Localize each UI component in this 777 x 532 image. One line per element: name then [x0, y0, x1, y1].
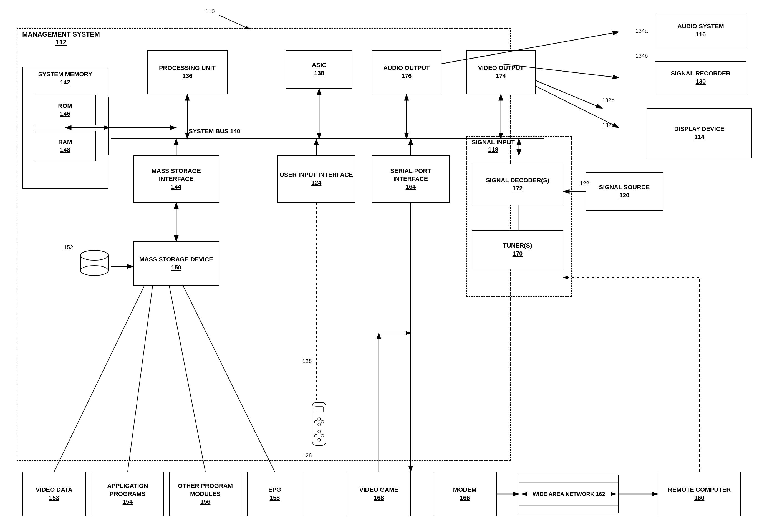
management-system-label: MANAGEMENT SYSTEM 112 — [22, 30, 100, 46]
wan-box: WIDE AREA NETWORK 162 — [519, 474, 619, 513]
signal-source-box: SIGNAL SOURCE 120 — [585, 172, 663, 211]
ref-110: 110 — [205, 8, 215, 15]
serial-port-interface-box: SERIAL PORT INTERFACE 164 — [372, 155, 450, 203]
ref-134a: 134a — [636, 28, 648, 34]
ram-box: RAM 148 — [35, 131, 96, 161]
video-data-box: VIDEO DATA 153 — [22, 472, 86, 516]
audio-system-box: AUDIO SYSTEM 116 — [655, 14, 747, 47]
signal-decoders-box: SIGNAL DECODER(S) 172 — [472, 164, 563, 205]
svg-line-19 — [219, 15, 250, 29]
signal-recorder-box: SIGNAL RECORDER 130 — [655, 61, 747, 94]
tuners-box: TUNER(S) 170 — [472, 230, 563, 269]
svg-line-53 — [536, 86, 619, 128]
disk-ref: 152 — [64, 244, 73, 250]
ref-128: 128 — [303, 358, 312, 364]
asic-box: ASIC 138 — [286, 50, 352, 89]
mass-storage-interface-box: MASS STORAGE INTERFACE 144 — [133, 155, 219, 203]
mass-storage-device-box: MASS STORAGE DEVICE 150 — [133, 241, 219, 286]
video-game-box: VIDEO GAME 168 — [347, 472, 411, 516]
remote-control-ref: 126 — [303, 452, 312, 459]
svg-rect-6 — [312, 402, 326, 445]
disk-icon — [78, 250, 111, 279]
svg-rect-1 — [81, 255, 108, 271]
system-bus-label: SYSTEM BUS 140 — [189, 128, 240, 135]
other-program-modules-box: OTHER PROGRAM MODULES 156 — [169, 472, 241, 516]
remote-computer-box: REMOTE COMPUTER 160 — [658, 472, 741, 516]
ref-132a: 132a — [602, 122, 615, 128]
ref-134b: 134b — [636, 53, 648, 59]
video-output-box: VIDEO OUTPUT 174 — [466, 50, 536, 94]
diagram: MANAGEMENT SYSTEM 112 110 AUDIO SYSTEM 1… — [0, 0, 777, 532]
epg-box: EPG 158 — [247, 472, 303, 516]
processing-unit-box: PROCESSING UNIT 136 — [147, 50, 228, 94]
application-programs-box: APPLICATION PROGRAMS 154 — [92, 472, 164, 516]
modem-box: MODEM 166 — [433, 472, 497, 516]
user-input-interface-box: USER INPUT INTERFACE 124 — [278, 155, 355, 203]
remote-control-icon — [305, 400, 333, 451]
display-device-box: DISPLAY DEVICE 114 — [647, 108, 752, 158]
svg-line-54 — [536, 81, 602, 108]
ref-122: 122 — [580, 180, 589, 187]
ref-132b: 132b — [602, 97, 615, 104]
system-memory-box: SYSTEM MEMORY 142 ROM 146 RAM 148 — [22, 67, 108, 189]
rom-box: ROM 146 — [35, 95, 96, 125]
signal-input-label: SIGNAL INPUT 118 — [472, 139, 515, 153]
audio-output-box: AUDIO OUTPUT 176 — [372, 50, 441, 94]
signal-input-box — [466, 136, 572, 297]
